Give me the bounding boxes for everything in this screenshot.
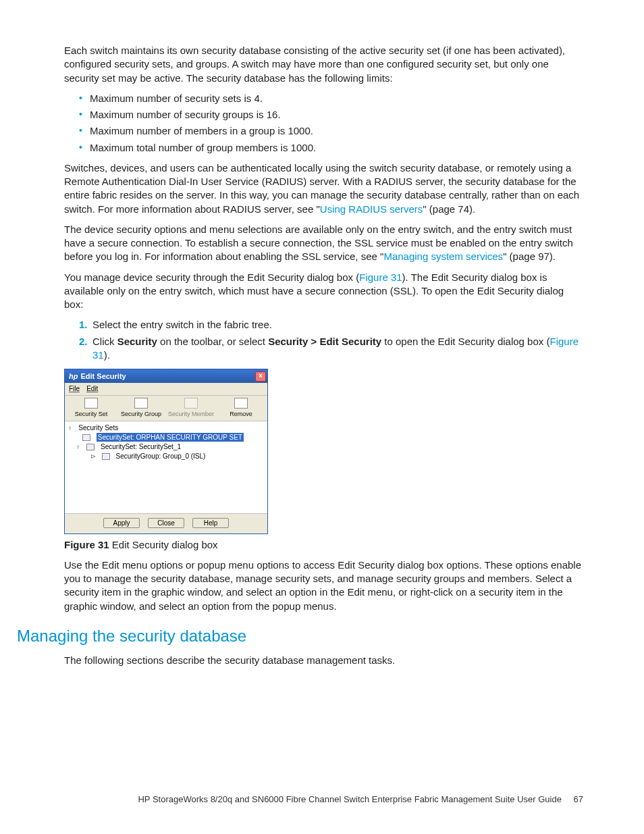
text: Click [92,336,117,347]
tree-node[interactable]: SecurityGroup: Group_0 (ISL) [116,452,206,461]
footer-text: HP StorageWorks 8/20q and SN6000 Fibre C… [138,794,561,804]
folder-icon [86,444,95,450]
tree-node-selected[interactable]: SecuritySet: ORPHAN SECURITY GROUP SET [97,433,244,442]
figure-ref-link[interactable]: Figure 31 [359,271,402,283]
security-member-icon [184,398,198,409]
text: " (page 74). [423,203,475,215]
toolbar-label: Security Group [121,411,161,417]
system-services-link[interactable]: Managing system services [383,251,503,262]
tree-root[interactable]: Security Sets [78,423,118,433]
help-button[interactable]: Help [192,518,229,528]
text: ). [104,349,110,361]
close-button[interactable]: Close [148,518,184,528]
toolbar-remove[interactable]: Remove [216,398,266,418]
menu-file[interactable]: File [69,384,80,394]
text: to open the Edit Security dialog box ( [381,336,549,347]
text: You manage device security through the E… [64,271,359,283]
group-icon [102,453,110,460]
list-item: Maximum number of security groups is 16. [79,108,583,122]
toolbar-label: Security Member [168,411,214,417]
tree-node[interactable]: SecuritySet: SecuritySet_1 [101,442,181,452]
dialog-menubar: File Edit [65,383,267,396]
text: " (page 97). [503,251,556,262]
paragraph: Use the Edit menu options or popup menu … [64,558,583,613]
folder-icon [82,434,90,441]
list-item: Select the entry switch in the fabric tr… [79,318,583,332]
bold: Security > Edit Security [268,336,381,347]
edit-security-dialog: hp Edit Security × File Edit Security Se… [64,369,268,534]
list-item: Maximum number of members in a group is … [79,124,583,138]
intro-paragraph: Each switch maintains its own security d… [64,44,583,85]
toolbar-label: Security Set [75,411,108,417]
security-group-icon [134,398,148,409]
menu-edit[interactable]: Edit [86,384,98,394]
steps-list: Select the entry switch in the fabric tr… [64,318,583,362]
hp-logo-icon: hp [69,371,78,382]
figure-number: Figure 31 [64,539,109,550]
security-set-icon [84,398,98,409]
limits-list: Maximum number of security sets is 4. Ma… [64,92,583,155]
tree-toggle-icon[interactable]: ♀ [76,442,81,452]
list-item: Maximum total number of group members is… [79,141,583,155]
tree-toggle-icon[interactable]: ♀ [68,423,73,433]
toolbar-security-group[interactable]: Security Group [116,398,166,418]
apply-button[interactable]: Apply [103,518,140,528]
paragraph: Switches, devices, and users can be auth… [64,161,583,216]
bold: Security [117,336,157,347]
close-icon[interactable]: × [255,371,266,382]
dialog-button-row: Apply Close Help [65,513,267,533]
paragraph: You manage device security through the E… [64,271,583,312]
tree-toggle-icon[interactable]: ⊳ [90,452,96,461]
paragraph: The following sections describe the secu… [64,654,583,667]
toolbar-label: Remove [230,411,252,417]
figure-title: Edit Security dialog box [109,539,218,550]
dialog-title: Edit Security [80,371,126,382]
text: on the toolbar, or select [157,336,268,347]
content-body: Each switch maintains its own security d… [64,44,583,668]
dialog-tree[interactable]: ♀ Security Sets SecuritySet: ORPHAN SECU… [65,421,267,513]
section-heading: Managing the security database [17,625,583,647]
toolbar-security-member[interactable]: Security Member [166,398,216,418]
list-item: Click Security on the toolbar, or select… [79,335,583,363]
dialog-toolbar: Security Set Security Group Security Mem… [65,396,267,421]
dialog-titlebar[interactable]: hp Edit Security × [65,369,267,383]
page-number: 67 [574,794,583,804]
toolbar-security-set[interactable]: Security Set [66,398,116,418]
list-item: Maximum number of security sets is 4. [79,92,583,105]
remove-icon [234,398,248,409]
figure-caption: Figure 31 Edit Security dialog box [64,538,583,552]
footer: HP StorageWorks 8/20q and SN6000 Fibre C… [0,793,644,806]
paragraph: The device security options and menu sel… [64,223,583,264]
radius-link[interactable]: Using RADIUS servers [320,203,423,215]
